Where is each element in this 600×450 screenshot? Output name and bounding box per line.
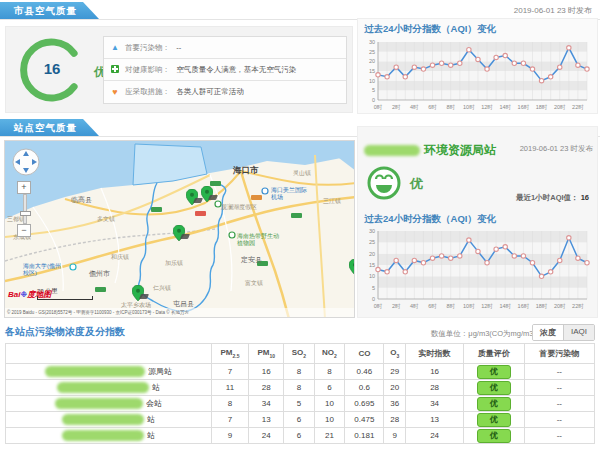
map-label: 定安县 <box>241 255 262 265</box>
grade-cell: 优 <box>463 380 524 396</box>
svg-text:15: 15 <box>369 68 375 74</box>
air-quality-dashboard: 市县空气质量 2019-06-01 23 时发布 16 优 ▲ 首要污染物： -… <box>0 0 600 450</box>
svg-text:10时: 10时 <box>463 104 475 110</box>
index-value-cell: 16 <box>406 364 464 380</box>
station-name-cell: 站 <box>6 412 212 428</box>
svg-text:10时: 10时 <box>463 303 475 309</box>
tab-station-air-quality[interactable]: 站点空气质量 <box>0 119 99 136</box>
grade-cell: 优 <box>463 428 524 444</box>
zoom-out-button[interactable]: − <box>17 224 31 237</box>
info-value: -- <box>176 43 181 52</box>
svg-text:8时: 8时 <box>446 303 455 309</box>
station-row: 站1128860.62028优-- <box>6 380 595 396</box>
zoom-slider-handle[interactable] <box>20 211 31 216</box>
svg-text:30: 30 <box>369 228 375 234</box>
blurred-station-prefix <box>364 145 420 156</box>
tab-city-air-quality[interactable]: 市县空气质量 <box>0 2 99 19</box>
column-header: PM10 <box>249 344 284 364</box>
co-value-cell: 0.695 <box>345 396 384 412</box>
primary-pollutant-cell: -- <box>524 364 594 380</box>
map-label: 和庆镇 <box>111 253 129 262</box>
pm10-value-cell: 28 <box>249 380 284 396</box>
column-header: O3 <box>384 344 406 364</box>
svg-text:20时: 20时 <box>554 303 566 309</box>
alert-triangle-icon: ▲ <box>110 37 120 59</box>
no2-value-cell: 10 <box>314 412 345 428</box>
svg-text:5: 5 <box>372 285 375 291</box>
no2-value-cell: 6 <box>314 380 345 396</box>
station-row: 站9246210.181924优-- <box>6 428 595 444</box>
toggle-iaqi-button[interactable]: IAQI <box>563 325 594 340</box>
primary-pollutant-cell: -- <box>524 380 594 396</box>
station-map-marker[interactable] <box>349 259 355 275</box>
map-label: 多文镇 <box>97 215 115 224</box>
station-row: 会站8345100.6953634优-- <box>6 396 595 412</box>
map-label: 临高县 <box>71 195 92 205</box>
info-row-measures: ♥ 应采取措施： 各类人群可正常活动 <box>104 81 346 103</box>
so2-value-cell: 8 <box>284 364 314 380</box>
city-aqi-panel: 16 优 ▲ 首要污染物： -- 对健康影响： 空气质量令人满意，基本无空气污染… <box>5 26 353 113</box>
map-label: 海口市 <box>233 165 259 177</box>
primary-pollutant-cell: -- <box>524 428 594 444</box>
o3-value-cell: 28 <box>384 412 406 428</box>
aqi-24h-chart-city: 0510152025300时2时4时6时8时10时12时14时16时18时20时… <box>362 38 593 112</box>
svg-text:16时: 16时 <box>518 303 530 309</box>
pm25-value-cell: 7 <box>211 364 248 380</box>
map-compass-control[interactable] <box>11 147 41 181</box>
value-mode-toggle: 浓度 IAQI <box>532 324 595 341</box>
grade-badge: 优 <box>477 413 511 427</box>
station-row: 站7136100.4752813优-- <box>6 412 595 428</box>
blurred-station-name <box>55 398 143 409</box>
o3-value-cell: 36 <box>384 396 406 412</box>
svg-text:6时: 6时 <box>428 104 437 110</box>
station-map-marker[interactable] <box>201 186 213 202</box>
blurred-station-name <box>45 366 145 377</box>
aqi-value: 16 <box>16 60 88 77</box>
map-label: 加乐镇 <box>165 259 183 268</box>
so2-value-cell: 6 <box>284 412 314 428</box>
station-map[interactable]: 海口市海口美兰国际机场观澜湖度假区海南热带野生动植物园定安县富文镇屯昌县儋州市海… <box>4 140 355 318</box>
pm10-value-cell: 13 <box>249 412 284 428</box>
grade-badge: 优 <box>477 365 511 379</box>
blurred-station-name <box>62 430 144 441</box>
column-header: 首要污染物 <box>524 344 594 364</box>
map-label: 灵山镇 <box>293 169 311 178</box>
svg-text:18时: 18时 <box>536 104 548 110</box>
city-aqi-chart-panel: 过去24小时分指数（AQI）变化 0510152025300时2时4时6时8时1… <box>357 18 598 114</box>
station-name-cell: 会站 <box>6 396 212 412</box>
map-zoom-control[interactable]: + − <box>17 181 32 237</box>
svg-text:14时: 14时 <box>499 104 511 110</box>
co-value-cell: 0.6 <box>345 380 384 396</box>
grade-badge: 优 <box>477 429 511 443</box>
station-map-marker[interactable] <box>186 189 198 205</box>
zoom-in-button[interactable]: + <box>17 181 31 194</box>
station-name: 环境资源局站 <box>424 143 496 157</box>
index-value-cell: 24 <box>406 428 464 444</box>
primary-pollutant-cell: -- <box>524 412 594 428</box>
station-map-marker[interactable] <box>132 285 144 301</box>
index-value-cell: 13 <box>406 412 464 428</box>
svg-text:10: 10 <box>369 273 375 279</box>
o3-value-cell: 9 <box>384 428 406 444</box>
co-value-cell: 0.181 <box>345 428 384 444</box>
svg-text:18时: 18时 <box>536 303 548 309</box>
svg-text:14时: 14时 <box>499 303 511 309</box>
toggle-concentration-button[interactable]: 浓度 <box>533 325 563 340</box>
station-map-marker[interactable] <box>173 225 185 241</box>
map-attribution: © 2019 Baidu - GS(2018)5572号 - 甲测资字11009… <box>5 308 354 317</box>
co-value-cell: 0.475 <box>345 412 384 428</box>
heart-icon: ♥ <box>110 81 120 103</box>
zoom-slider[interactable] <box>23 194 27 224</box>
svg-text:16时: 16时 <box>518 104 530 110</box>
column-header: CO <box>345 344 384 364</box>
map-label: 儋州市 <box>89 269 110 279</box>
svg-text:20: 20 <box>369 251 375 257</box>
svg-text:22时: 22时 <box>572 104 584 110</box>
chart-title: 过去24小时分指数（AQI）变化 <box>364 213 496 226</box>
svg-text:6时: 6时 <box>428 303 437 309</box>
blurred-station-name <box>57 382 149 393</box>
svg-text:2时: 2时 <box>392 104 401 110</box>
svg-text:20: 20 <box>369 58 375 64</box>
no2-value-cell: 8 <box>314 364 345 380</box>
blurred-station-name <box>62 414 144 425</box>
